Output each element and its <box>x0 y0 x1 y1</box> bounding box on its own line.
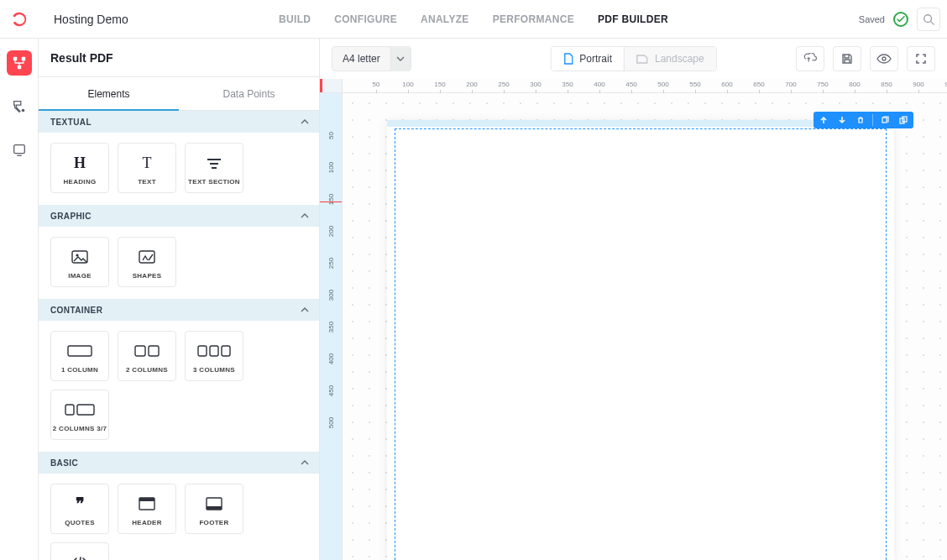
dot-grid <box>343 93 947 560</box>
svg-rect-19 <box>222 346 230 356</box>
tile-row-container: 1 COLUMN 2 COLUMNS 3 COLUMNS 2 COLUMNS 3… <box>39 321 319 452</box>
section-label: CONTAINER <box>50 306 102 315</box>
workspace[interactable]: 5010015020025030035040045050055060065070… <box>320 79 947 560</box>
tile-row-textual: H HEADING T TEXT TEXT SECTION <box>39 133 319 205</box>
col2-icon <box>134 344 160 358</box>
tab-elements[interactable]: Elements <box>39 77 179 110</box>
tile-2-columns[interactable]: 2 COLUMNS <box>118 331 176 381</box>
tile-header[interactable]: HEADER <box>118 484 176 534</box>
tile-heading[interactable]: H HEADING <box>50 143 109 193</box>
svg-rect-4 <box>17 65 21 70</box>
header-icon <box>139 497 155 510</box>
rail-theme-button[interactable] <box>7 94 32 119</box>
panel-tabs: Elements Data Points <box>39 77 319 111</box>
device-icon <box>12 143 27 158</box>
tile-text-section[interactable]: TEXT SECTION <box>185 143 243 193</box>
upload-icon <box>803 53 818 65</box>
separator <box>872 114 873 126</box>
portrait-label: Portrait <box>579 53 612 65</box>
arrow-down-icon <box>838 116 846 124</box>
tile-shapes[interactable]: SHAPES <box>118 237 176 287</box>
selected-element-outline[interactable] <box>395 128 887 560</box>
chevron-up-icon <box>301 213 309 218</box>
copy-icon <box>881 116 889 124</box>
save-icon <box>841 53 853 65</box>
portrait-button[interactable]: Portrait <box>551 47 624 71</box>
panel-scroll[interactable]: TEXTUAL H HEADING T TEXT TEXT SECTION GR… <box>39 111 319 560</box>
tile-label: HEADING <box>64 178 97 186</box>
search-icon <box>923 13 934 25</box>
left-rail <box>0 39 39 560</box>
tab-data-points[interactable]: Data Points <box>179 77 319 110</box>
canvas-tool-right <box>796 46 935 71</box>
ruler-horizontal: 5010015020025030035040045050055060065070… <box>343 79 947 93</box>
tile-2-columns-37[interactable]: 2 COLUMNS 3/7 <box>50 390 109 440</box>
tile-quotes[interactable]: ❞ QUOTES <box>50 484 109 534</box>
text-section-icon <box>204 157 224 169</box>
code-icon <box>70 556 90 561</box>
tile-label: 3 COLUMNS <box>193 366 235 374</box>
move-up-button[interactable] <box>817 113 830 127</box>
selection-toolbar <box>814 112 913 128</box>
save-button[interactable] <box>833 46 861 71</box>
col37-icon <box>65 403 95 416</box>
tile-text[interactable]: T TEXT <box>118 143 176 193</box>
rail-device-button[interactable] <box>7 138 32 163</box>
tile-label: FOOTER <box>199 519 228 526</box>
trash-icon <box>856 116 865 124</box>
page-size-value: A4 letter <box>332 53 390 65</box>
svg-rect-27 <box>882 118 887 123</box>
tile-image[interactable]: IMAGE <box>50 237 109 287</box>
rail-builder-button[interactable] <box>7 50 32 76</box>
saved-label: Saved <box>859 14 885 24</box>
elements-panel: Result PDF Elements Data Points TEXTUAL … <box>39 39 320 560</box>
page-size-select[interactable]: A4 letter <box>332 46 411 71</box>
tile-1-column[interactable]: 1 COLUMN <box>50 331 109 381</box>
svg-rect-15 <box>135 346 145 356</box>
duplicate-icon <box>899 116 908 124</box>
svg-rect-17 <box>198 346 207 356</box>
section-head-graphic[interactable]: GRAPHIC <box>39 205 319 227</box>
upload-button[interactable] <box>796 46 824 71</box>
move-down-button[interactable] <box>835 113 849 127</box>
tile-custom-code[interactable]: CUSTOM CODE <box>50 542 109 560</box>
duplicate-button[interactable] <box>897 113 910 127</box>
fullscreen-button[interactable] <box>907 46 935 71</box>
chevron-up-icon <box>301 460 309 465</box>
tile-footer[interactable]: FOOTER <box>185 484 243 534</box>
text-icon: T <box>143 155 152 170</box>
landscape-button[interactable]: Landscape <box>624 47 716 71</box>
builder-tree-icon <box>12 55 27 71</box>
orientation-toggle: Portrait Landscape <box>550 46 716 71</box>
nav-pdf-builder[interactable]: PDF BUILDER <box>598 13 668 25</box>
nav-build[interactable]: BUILD <box>279 13 311 25</box>
svg-rect-3 <box>21 57 25 61</box>
canvas-toolbar: A4 letter Portrait Landscape <box>320 39 947 74</box>
canvas-area: A4 letter Portrait Landscape <box>320 39 947 560</box>
section-head-textual[interactable]: TEXTUAL <box>39 111 319 133</box>
copy-button[interactable] <box>878 113 892 127</box>
nav-performance[interactable]: PERFORMANCE <box>493 13 574 25</box>
ruler-vertical: 50100150200250300350400450500 <box>320 93 343 560</box>
svg-rect-14 <box>68 346 92 356</box>
tile-label: TEXT <box>138 178 156 186</box>
search-button[interactable] <box>917 8 940 31</box>
section-head-container[interactable]: CONTAINER <box>39 299 319 321</box>
ruler-corner <box>320 79 343 93</box>
preview-button[interactable] <box>870 46 898 71</box>
tile-3-columns[interactable]: 3 COLUMNS <box>185 331 243 381</box>
app-title: Hosting Demo <box>54 13 128 26</box>
tile-label: HEADER <box>132 519 162 526</box>
tile-label: 1 COLUMN <box>61 366 98 374</box>
delete-button[interactable] <box>854 113 867 127</box>
fullscreen-icon <box>915 53 927 65</box>
landscape-icon <box>636 54 648 64</box>
svg-rect-23 <box>139 498 154 501</box>
svg-point-26 <box>882 57 886 60</box>
nav-configure[interactable]: CONFIGURE <box>334 13 397 25</box>
tile-label: SHAPES <box>133 272 162 280</box>
nav-analyze[interactable]: ANALYZE <box>421 13 469 25</box>
svg-rect-13 <box>139 251 154 263</box>
svg-rect-25 <box>207 506 222 510</box>
section-head-basic[interactable]: BASIC <box>39 452 319 474</box>
